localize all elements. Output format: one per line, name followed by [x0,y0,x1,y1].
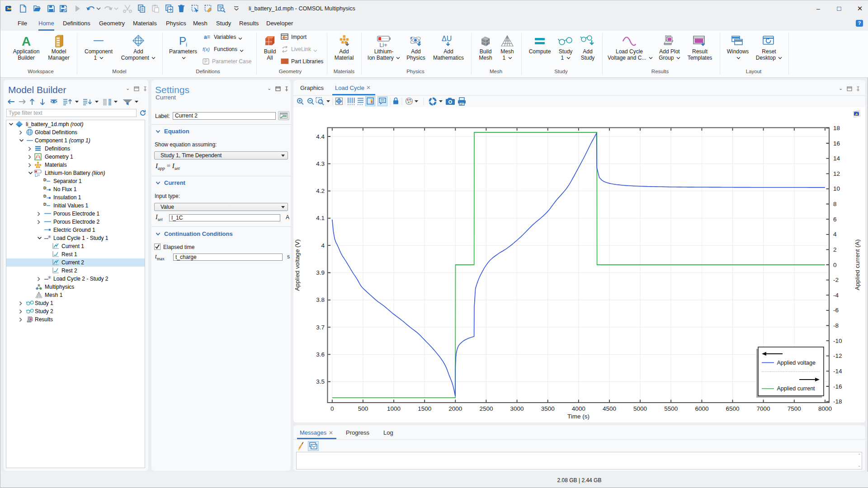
svg-text:5500: 5500 [664,405,678,412]
svg-text:D: D [43,194,47,198]
svg-text:500: 500 [358,405,368,412]
svg-text:3.7: 3.7 [316,324,325,331]
svg-text:6000: 6000 [695,405,708,412]
svg-text:18: 18 [833,125,840,131]
svg-text:4.3: 4.3 [316,160,325,167]
svg-text:4: 4 [321,242,325,249]
svg-text:1000: 1000 [387,405,401,412]
svg-text:7500: 7500 [788,405,801,412]
svg-text:10: 10 [833,185,840,192]
svg-text:a=: a= [204,34,210,40]
svg-text:D: D [43,178,47,182]
svg-text:Li+: Li+ [35,173,40,177]
svg-text:0: 0 [330,405,334,412]
svg-text:0: 0 [833,262,837,268]
svg-text:D: D [43,202,47,206]
svg-text:Applied current (A): Applied current (A) [854,239,861,291]
svg-text:-6: -6 [833,307,839,314]
svg-text:Time (s): Time (s) [567,413,590,420]
svg-text:3.6: 3.6 [316,351,325,358]
svg-text:16: 16 [833,140,840,147]
svg-text:-10: -10 [833,338,842,344]
svg-text:-4: -4 [833,292,839,299]
svg-text:2500: 2500 [479,405,493,412]
svg-text:3.8: 3.8 [316,296,325,303]
svg-text:5000: 5000 [633,405,647,412]
svg-text:4.4: 4.4 [316,133,325,140]
svg-text:7000: 7000 [757,405,770,412]
svg-text:-16: -16 [833,383,842,390]
svg-text:Applied voltage: Applied voltage [777,360,816,366]
svg-text:12: 12 [833,170,840,177]
svg-text:Li+: Li+ [379,42,387,48]
svg-text:3.5: 3.5 [316,378,325,385]
svg-text:P: P [204,59,208,64]
svg-text:D: D [43,186,47,190]
svg-text:f(x): f(x) [203,47,210,52]
svg-text:3500: 3500 [541,405,555,412]
svg-text:4.2: 4.2 [316,188,325,194]
svg-text:-8: -8 [833,322,839,329]
svg-text:i: i [186,41,187,48]
svg-text:4: 4 [833,231,837,238]
svg-text:-2: -2 [833,277,839,283]
svg-text:Applied current: Applied current [777,385,816,392]
svg-text:3.9: 3.9 [316,269,325,276]
svg-text:P: P [179,35,186,47]
svg-text:-12: -12 [833,352,842,359]
svg-text:A: A [22,34,31,48]
svg-text:1500: 1500 [418,405,431,412]
svg-text:2000: 2000 [448,405,462,412]
svg-text:14: 14 [833,155,840,162]
svg-text:8000: 8000 [818,405,832,412]
svg-text:-18: -18 [833,398,842,405]
svg-text:8: 8 [833,201,837,207]
svg-text:2: 2 [833,246,837,253]
svg-text:6500: 6500 [726,405,739,412]
svg-text:-14: -14 [833,368,842,375]
svg-text:4.1: 4.1 [316,215,325,221]
svg-text:4000: 4000 [572,405,585,412]
svg-text:6: 6 [833,216,837,223]
svg-text:4500: 4500 [603,405,616,412]
svg-text:3000: 3000 [510,405,524,412]
svg-text:ΔU: ΔU [442,35,452,42]
svg-text:Applied voltage (V): Applied voltage (V) [294,239,301,291]
